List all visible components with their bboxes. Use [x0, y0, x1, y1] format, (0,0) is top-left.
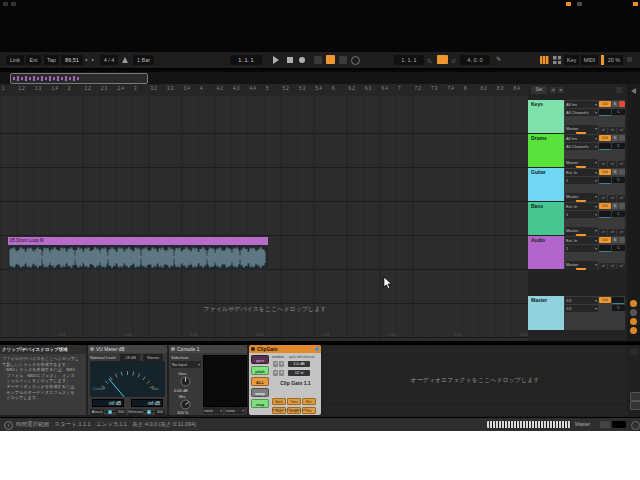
db-increment-button[interactable]: »	[279, 361, 284, 367]
input-type-dropdown[interactable]: Ext. In	[565, 237, 598, 244]
track-name[interactable]: Keys	[531, 101, 543, 107]
send-value[interactable]: -inf	[608, 195, 616, 201]
send-value[interactable]: -inf	[599, 127, 607, 133]
clipgain-device[interactable]: ClipGain gainpitchALLwarpstop window qui…	[249, 345, 321, 415]
solo-button[interactable]: S	[612, 203, 618, 209]
volume-box[interactable]: 0.0	[599, 101, 611, 107]
output-dropdown[interactable]: Master	[565, 261, 598, 268]
st-decrement-button[interactable]: «	[273, 370, 278, 376]
device-view-selector-icon[interactable]	[630, 401, 640, 410]
input-channel-dropdown[interactable]: All Channels	[565, 109, 598, 116]
track-header[interactable]: Guitar Ext. In 0.0 S 1 C InAutoOff -inf-…	[528, 168, 625, 201]
arm-button[interactable]	[619, 135, 625, 141]
prev-locator-icon[interactable]: ◂	[550, 87, 556, 93]
zoom-button-2[interactable]	[630, 309, 637, 316]
send-value[interactable]: -inf	[599, 229, 607, 235]
input-type-dropdown[interactable]: All Ins	[565, 101, 598, 108]
vu-meter-title-bar[interactable]: VU Meter dB	[88, 345, 167, 353]
pan-box[interactable]: C	[612, 143, 625, 149]
clipgain-warp-button[interactable]: warp	[251, 388, 269, 397]
st-increment-button[interactable]: »	[279, 370, 284, 376]
nudge-down-button[interactable]: ◂	[85, 55, 87, 65]
send-value[interactable]: -inf	[599, 161, 607, 167]
track-name[interactable]: Audio	[531, 237, 545, 243]
input-channel-dropdown[interactable]: 1	[565, 245, 598, 252]
window-menu-icon2[interactable]	[11, 2, 16, 6]
window-menu-icon[interactable]	[3, 2, 8, 6]
send-value[interactable]: -inf	[617, 161, 625, 167]
master-out2-dropdown[interactable]: 1/2	[565, 305, 598, 312]
arm-button[interactable]	[619, 203, 625, 209]
stop-button[interactable]	[287, 57, 293, 63]
monitor-switch[interactable]: InAutoOff	[565, 117, 599, 124]
track-header[interactable]: Audio Ext. In 0.0 S 1 C InAutoOff -inf-i…	[528, 236, 625, 269]
send-value[interactable]: -inf	[608, 229, 616, 235]
punch-in-button[interactable]: ◺	[428, 55, 432, 65]
gain-value[interactable]: 0.00 dB	[174, 388, 188, 393]
sidechain-label[interactable]: Sidechain	[171, 355, 189, 360]
titlebar-accent-icon-2[interactable]	[633, 2, 638, 6]
release-slider[interactable]	[144, 411, 154, 412]
fold-panel-icon[interactable]	[631, 88, 636, 94]
vu-meter-device[interactable]: VU Meter dB Nominal Level -18 dB Stereo …	[88, 345, 167, 415]
titlebar-gray-icon[interactable]	[577, 2, 582, 6]
audio-clip[interactable]: 05 Drum Loop M	[8, 237, 268, 270]
arrangement-grid[interactable]: 05 Drum Loop M ファイルやデバイスをここへドロップします 0:02…	[0, 96, 528, 341]
arrangement-position-display[interactable]: 1. 1. 1	[230, 55, 262, 65]
detail-fold-icon[interactable]	[630, 348, 639, 355]
input-channel-dropdown[interactable]: All Channels	[565, 143, 598, 150]
device-on-icon[interactable]	[171, 347, 175, 351]
send-value[interactable]: -inf	[617, 127, 625, 133]
volume-box[interactable]: 0.0	[599, 169, 611, 175]
mix-value[interactable]: 100 %	[177, 410, 188, 415]
master-pan-box[interactable]: C	[612, 305, 625, 311]
solo-button[interactable]: S	[612, 101, 618, 107]
track-name[interactable]: Bass	[531, 203, 543, 209]
monitor-switch[interactable]: InAutoOff	[565, 151, 599, 158]
m4l-edit-icon[interactable]	[315, 347, 319, 351]
tap-tempo-button[interactable]: Tap	[44, 55, 59, 65]
session-grid-icon[interactable]	[553, 56, 561, 64]
monitor-switch[interactable]: InAutoOff	[565, 219, 599, 226]
monitor-switch[interactable]: InAutoOff	[565, 185, 599, 192]
tempo-field[interactable]: 86.51	[61, 55, 83, 65]
ext-button[interactable]: Ext	[26, 55, 41, 65]
arm-button[interactable]	[619, 237, 625, 243]
automation-arm-button[interactable]	[326, 55, 335, 64]
attack-value[interactable]: 300	[116, 409, 126, 415]
track-name[interactable]: Master	[531, 297, 547, 303]
zoom-button-1[interactable]	[630, 300, 637, 307]
sidechain-input-dropdown[interactable]: No Input	[171, 361, 201, 368]
output-dropdown[interactable]: Master	[565, 125, 598, 132]
input-type-dropdown[interactable]: All Ins	[565, 135, 598, 142]
audio-effect-drop-zone[interactable]: オーディオエフェクトをここへドロップします	[323, 345, 627, 415]
release-value[interactable]: 300	[155, 409, 165, 415]
gain-knob[interactable]	[180, 376, 191, 387]
right-scroll-strip[interactable]	[627, 84, 640, 341]
track-name[interactable]: Guitar	[531, 169, 546, 175]
send-value[interactable]: -inf	[608, 161, 616, 167]
track-header[interactable]: Bass Ext. In 0.0 S 1 C InAutoOff -inf-in…	[528, 202, 625, 235]
computer-midi-keyboard-icon[interactable]	[540, 56, 549, 64]
clip-view-selector-icon[interactable]	[630, 392, 640, 401]
send-value[interactable]: -inf	[599, 195, 607, 201]
pan-box[interactable]: C	[612, 177, 625, 183]
mix-knob[interactable]	[180, 399, 191, 410]
nudge-up-button[interactable]: ▸	[92, 55, 94, 65]
clip-waveform[interactable]	[8, 245, 268, 270]
io-toggle-icon[interactable]	[616, 87, 622, 93]
send-value[interactable]: -inf	[599, 263, 607, 269]
capture-midi-icon[interactable]	[351, 56, 360, 65]
quantize-menu[interactable]: 1 Bar	[133, 55, 154, 65]
master-volume-box[interactable]: 0.0	[599, 297, 611, 303]
pan-box[interactable]: C	[612, 211, 625, 217]
console-title-bar[interactable]: Console 1	[169, 345, 247, 353]
routing-b-dropdown[interactable]: none	[225, 407, 245, 414]
input-type-dropdown[interactable]: Ext. In	[565, 169, 598, 176]
loop-start-field[interactable]: 1. 1. 1	[394, 55, 424, 65]
time-signature-field[interactable]: 4 / 4	[100, 55, 118, 65]
input-channel-dropdown[interactable]: 1	[565, 177, 598, 184]
master-out1-dropdown[interactable]: 1/2	[565, 297, 598, 304]
arrangement-overview[interactable]	[0, 72, 640, 84]
monitor-switch[interactable]: InAutoOff	[565, 253, 599, 260]
